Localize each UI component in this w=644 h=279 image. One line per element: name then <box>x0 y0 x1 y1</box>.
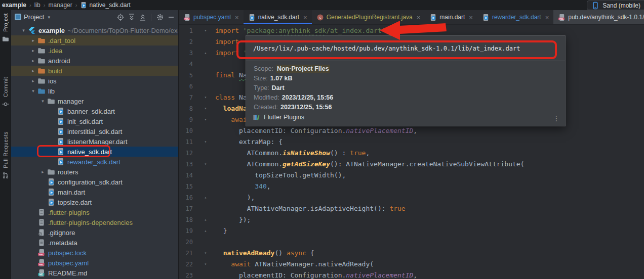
close-icon[interactable]: × <box>417 14 421 21</box>
tree-item-interstitial_sdk.dart[interactable]: interstitial_sdk.dart <box>11 126 178 136</box>
more-options-button[interactable]: ⋮ <box>553 114 560 122</box>
code-line-21: 21▾ nativeAdReady() async { <box>179 248 644 259</box>
tree-item-.idea[interactable]: ▸.idea <box>11 45 178 56</box>
code-text: placementID: Configuration.nativePlaceme… <box>215 270 417 279</box>
stripe-button-project[interactable]: Project <box>0 13 11 42</box>
md-icon: MD <box>37 269 46 277</box>
tab-pubspec.yaml[interactable]: YMLpubspec.yaml× <box>179 10 244 24</box>
tree-item-lib[interactable]: ▾lib <box>11 86 178 96</box>
tree-item-native_sdk.dart[interactable]: native_sdk.dart <box>11 147 178 157</box>
breadcrumb-item-lib[interactable]: lib <box>34 2 41 9</box>
hide-panel-button[interactable] <box>167 13 175 21</box>
close-icon[interactable]: × <box>469 14 473 21</box>
fold-marker-icon[interactable]: ▾ <box>202 248 209 259</box>
tree-item-listenerManager.dart[interactable]: listenerManager.dart <box>11 136 178 147</box>
fold-marker-icon[interactable]: ▴ <box>202 48 209 59</box>
stripe-button-pull-requests[interactable]: Pull Requests <box>0 131 11 179</box>
tree-item-configuration_sdk.dart[interactable]: configuration_sdk.dart <box>11 177 178 187</box>
folder-gray-icon <box>47 168 55 176</box>
tree-item-topsize.dart[interactable]: topsize.dart <box>11 197 178 207</box>
line-number: 19 <box>179 225 193 237</box>
chevron-right-icon[interactable]: ▸ <box>29 48 37 53</box>
tree-item-banner_sdk.dart[interactable]: banner_sdk.dart <box>11 106 178 116</box>
chevron-right-icon[interactable]: ▸ <box>29 38 37 43</box>
chevron-right-icon[interactable]: ▸ <box>29 68 37 73</box>
tree-item-manager[interactable]: ▾manager <box>11 96 178 106</box>
code-text: final Na <box>215 70 247 81</box>
line-number: 6 <box>179 81 193 92</box>
tree-item-main.dart[interactable]: main.dart <box>11 187 178 197</box>
tab-rewarder_sdk.dart[interactable]: rewarder_sdk.dart× <box>477 10 553 24</box>
tree-item-label: native_sdk.dart <box>67 148 112 156</box>
fold-marker-icon[interactable]: ▾ <box>202 92 209 103</box>
chevron-right-icon[interactable]: ▸ <box>29 78 37 83</box>
breadcrumb-file[interactable]: native_sdk.dart <box>80 2 130 9</box>
chevron-down-icon[interactable]: ▾ <box>48 15 50 20</box>
fold-marker-icon[interactable]: ▾ <box>202 136 209 148</box>
close-icon[interactable]: × <box>545 14 549 21</box>
tree-item-android[interactable]: ▸android <box>11 56 178 66</box>
yml-icon: YML <box>37 259 46 267</box>
tree-item-build[interactable]: ▸build <box>11 66 178 76</box>
settings-button[interactable] <box>155 13 164 21</box>
tree-item-.flutter-plugins-dependencies[interactable]: .flutter-plugins-dependencies <box>11 217 178 227</box>
tab-label: pub.dev/anythink_sdk-1.0.1/pubsp <box>568 14 644 21</box>
tree-item-.gitignore[interactable]: .gitignore <box>11 227 178 238</box>
folder-orange-icon <box>37 67 46 75</box>
chevron-right-icon[interactable]: ▸ <box>29 58 37 63</box>
device-selector[interactable]: Sand (mobile) <box>587 1 644 10</box>
tree-item-.dart_tool[interactable]: ▸.dart_tool <box>11 35 178 45</box>
tab-main.dart[interactable]: main.dart× <box>425 10 477 24</box>
chevron-down-icon[interactable]: ▾ <box>19 28 28 33</box>
tab-pub.dev-anythink_sdk-1.0.1-pubsp[interactable]: YMLpub.dev/anythink_sdk-1.0.1/pubsp <box>553 10 644 24</box>
fold-marker-icon[interactable]: ▾ <box>202 259 209 270</box>
collapse-all-button[interactable] <box>138 13 147 21</box>
folder-gray-icon <box>47 97 55 105</box>
fold-marker-icon[interactable]: ▾ <box>202 103 209 114</box>
fold-marker-icon[interactable]: ▴ <box>202 214 209 225</box>
tree-item-.metadata[interactable]: .metadata <box>11 238 178 248</box>
tree-item-init_sdk.dart[interactable]: init_sdk.dart <box>11 116 178 126</box>
code-line-22: 22▾ await ATNativeManager.nativeAdReady( <box>179 259 644 270</box>
popup-attribute-scope: Scope:Non-Project Files <box>254 64 565 74</box>
tree-item-routers[interactable]: ▸routers <box>11 167 178 177</box>
tree-item-ios[interactable]: ▸ios <box>11 76 178 86</box>
tree-item-README.md[interactable]: MDREADME.md <box>11 268 178 278</box>
breadcrumb-item-example[interactable]: example <box>2 2 26 9</box>
tree-item-rewarder_sdk.dart[interactable]: rewarder_sdk.dart <box>11 157 178 167</box>
svg-text:YML: YML <box>559 17 564 20</box>
fold-marker-icon[interactable]: ▾ <box>202 114 209 125</box>
tree-item-example[interactable]: ▾example~/Documents/TopOn-Flutter-Demo/e… <box>11 25 178 35</box>
tree-item-pubspec.lock[interactable]: YMLpubspec.lock <box>11 248 178 258</box>
fold-marker-icon[interactable]: ▴ <box>202 225 209 237</box>
svg-text:c: c <box>319 15 321 20</box>
close-icon[interactable]: × <box>303 14 307 21</box>
tree-item-label: init_sdk.dart <box>67 118 103 125</box>
line-number: 4 <box>179 59 193 70</box>
fold-marker-icon[interactable]: ▴ <box>202 192 209 203</box>
locate-file-button[interactable] <box>116 13 125 21</box>
breadcrumb-separator: › <box>75 2 77 8</box>
close-icon[interactable]: × <box>235 14 239 21</box>
code-line-19: 19▴ } <box>179 225 644 237</box>
tree-item-pubspec.yaml[interactable]: YMLpubspec.yaml <box>11 258 178 268</box>
tab-native_sdk.dart[interactable]: native_sdk.dart× <box>244 10 312 24</box>
tree-item-label: routers <box>58 168 78 176</box>
tab-GeneratedPluginRegistrant.java[interactable]: cGeneratedPluginRegistrant.java× <box>312 10 425 24</box>
chevron-down-icon[interactable]: ▾ <box>29 88 37 94</box>
tree-item-label: .gitignore <box>48 229 75 237</box>
chevron-down-icon[interactable]: ▾ <box>38 99 47 104</box>
stripe-button-commit[interactable]: Commit <box>0 77 11 108</box>
breadcrumb-item-manager[interactable]: manager <box>48 2 72 9</box>
tree-item-.flutter-plugins[interactable]: .flutter-plugins <box>11 207 178 217</box>
popup-attribute-type: Type:Dart <box>254 83 565 93</box>
code-text: nativeAdReady() async { <box>215 248 314 259</box>
expand-all-button[interactable] <box>127 13 136 21</box>
fold-marker-icon[interactable]: ▾ <box>202 159 209 170</box>
fold-marker-icon[interactable]: ▾ <box>202 25 209 36</box>
dart-icon <box>47 188 55 196</box>
chevron-right-icon[interactable]: ▸ <box>38 169 47 174</box>
line-number: 1 <box>179 25 193 36</box>
code-text: ), <box>215 192 255 203</box>
dart-icon <box>57 158 65 166</box>
